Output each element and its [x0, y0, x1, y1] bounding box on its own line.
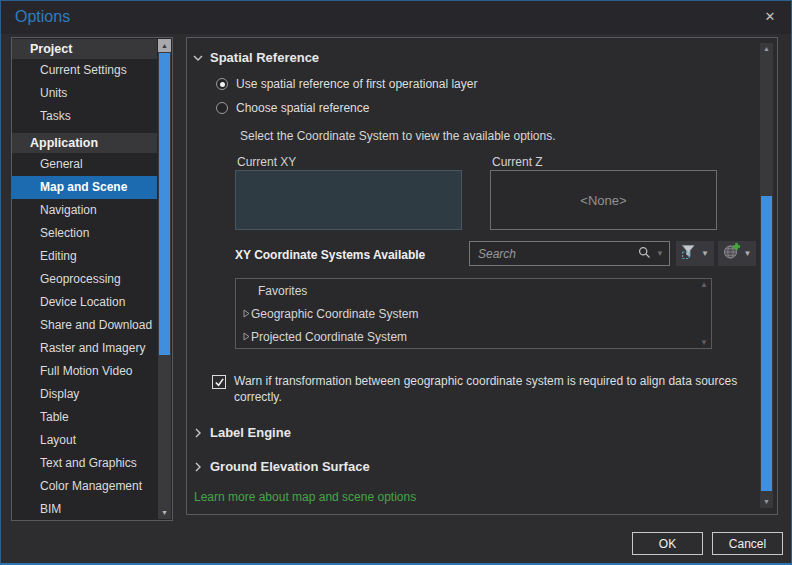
content-scroll-thumb[interactable]: [761, 196, 772, 491]
sidebar-scrollbar[interactable]: ▲ ▼: [158, 39, 171, 519]
section-label-engine[interactable]: Label Engine: [193, 425, 291, 440]
sidebar-item-units[interactable]: Units: [12, 82, 157, 105]
list-item-projected-coordinate-system[interactable]: Projected Coordinate System: [236, 325, 711, 348]
sidebar-item-full-motion-video[interactable]: Full Motion Video: [12, 360, 157, 383]
filter-button[interactable]: ▼: [676, 241, 714, 266]
cancel-button[interactable]: Cancel: [712, 532, 783, 555]
warn-checkbox-row[interactable]: Warn if transformation between geographi…: [212, 374, 742, 405]
expand-arrow-icon[interactable]: [236, 332, 251, 341]
options-dialog: Options ✕ Project Current Settings Units…: [0, 0, 792, 565]
sidebar-item-selection[interactable]: Selection: [12, 222, 157, 245]
current-z-box: <None>: [490, 170, 717, 230]
section-title: Spatial Reference: [210, 50, 319, 65]
sidebar-header-application: Application: [12, 133, 157, 153]
sidebar-item-device-location[interactable]: Device Location: [12, 291, 157, 314]
sidebar-item-tasks[interactable]: Tasks: [12, 105, 157, 128]
sidebar-item-general[interactable]: General: [12, 153, 157, 176]
xy-available-label: XY Coordinate Systems Available: [235, 248, 425, 262]
sidebar-item-map-and-scene[interactable]: Map and Scene: [12, 176, 157, 199]
sidebar-item-layout[interactable]: Layout: [12, 429, 157, 452]
list-item-label: Favorites: [258, 284, 307, 298]
sidebar-item-color-management[interactable]: Color Management: [12, 475, 157, 498]
radio-label: Choose spatial reference: [236, 101, 369, 115]
sidebar-item-geoprocessing[interactable]: Geoprocessing: [12, 268, 157, 291]
expand-arrow-icon[interactable]: [236, 309, 251, 318]
sidebar-item-raster-and-imagery[interactable]: Raster and Imagery: [12, 337, 157, 360]
sidebar-item-bim[interactable]: BIM: [12, 498, 157, 521]
scroll-up-icon[interactable]: ▲: [760, 43, 773, 55]
scroll-down-icon[interactable]: ▼: [158, 506, 171, 519]
list-item-label: Geographic Coordinate System: [251, 307, 418, 321]
scroll-down-icon[interactable]: ▼: [760, 496, 773, 508]
warn-checkbox-label: Warn if transformation between geographi…: [234, 374, 742, 405]
close-icon[interactable]: ✕: [761, 8, 779, 26]
section-ground-elevation-surface[interactable]: Ground Elevation Surface: [193, 459, 370, 474]
current-z-label: Current Z: [492, 155, 543, 169]
radio-row-choose[interactable]: Choose spatial reference: [216, 101, 369, 115]
sidebar-item-navigation[interactable]: Navigation: [12, 199, 157, 222]
sidebar-header-project: Project: [12, 39, 157, 59]
list-item-favorites[interactable]: Favorites: [236, 279, 711, 302]
sidebar-item-text-and-graphics[interactable]: Text and Graphics: [12, 452, 157, 475]
sidebar-item-display[interactable]: Display: [12, 383, 157, 406]
search-dropdown-icon[interactable]: ▼: [656, 249, 664, 258]
radio-row-first-layer[interactable]: Use spatial reference of first operation…: [216, 77, 477, 91]
chevron-right-icon: [193, 428, 203, 438]
current-z-value: <None>: [580, 193, 626, 208]
checkbox-checked-icon[interactable]: [212, 375, 226, 389]
settings-sidebar: Project Current Settings Units Tasks App…: [11, 37, 173, 521]
section-title: Label Engine: [210, 425, 291, 440]
radio-label: Use spatial reference of first operation…: [236, 77, 477, 91]
learn-more-link[interactable]: Learn more about map and scene options: [194, 490, 416, 504]
current-xy-box: [235, 170, 462, 230]
list-item-geographic-coordinate-system[interactable]: Geographic Coordinate System: [236, 302, 711, 325]
filter-funnel-icon: [681, 244, 697, 264]
globe-add-icon: [723, 243, 740, 264]
scroll-up-icon[interactable]: ▲: [158, 39, 171, 52]
ok-button[interactable]: OK: [632, 532, 703, 555]
add-coordinate-system-button[interactable]: ▼: [718, 241, 756, 266]
sidebar-item-editing[interactable]: Editing: [12, 245, 157, 268]
filter-dropdown-icon[interactable]: ▼: [701, 249, 709, 258]
sidebar-item-current-settings[interactable]: Current Settings: [12, 59, 157, 82]
radio-unselected-icon[interactable]: [216, 102, 228, 114]
list-item-label: Projected Coordinate System: [251, 330, 407, 344]
dialog-title: Options: [15, 8, 70, 26]
sidebar-scroll-thumb[interactable]: [159, 53, 170, 355]
list-scroll-up-icon[interactable]: ▲: [700, 280, 708, 289]
search-icon[interactable]: [638, 245, 651, 263]
list-scroll-down-icon[interactable]: ▼: [700, 338, 708, 347]
search-box: ▼: [469, 241, 670, 266]
coordinate-system-hint: Select the Coordinate System to view the…: [240, 129, 556, 143]
section-spatial-reference[interactable]: Spatial Reference: [193, 50, 319, 65]
options-content-panel: Spatial Reference Use spatial reference …: [186, 37, 778, 515]
sidebar-item-table[interactable]: Table: [12, 406, 157, 429]
title-bar: Options ✕: [1, 1, 791, 34]
radio-selected-icon[interactable]: [216, 78, 228, 90]
current-xy-label: Current XY: [237, 155, 296, 169]
content-scrollbar[interactable]: ▲ ▼: [760, 43, 773, 508]
chevron-down-icon: [193, 53, 203, 63]
section-title: Ground Elevation Surface: [210, 459, 370, 474]
globe-dropdown-icon[interactable]: ▼: [744, 249, 752, 258]
chevron-right-icon: [193, 462, 203, 472]
sidebar-item-share-and-download[interactable]: Share and Download: [12, 314, 157, 337]
coordinate-systems-list: Favorites Geographic Coordinate System P…: [235, 278, 712, 349]
